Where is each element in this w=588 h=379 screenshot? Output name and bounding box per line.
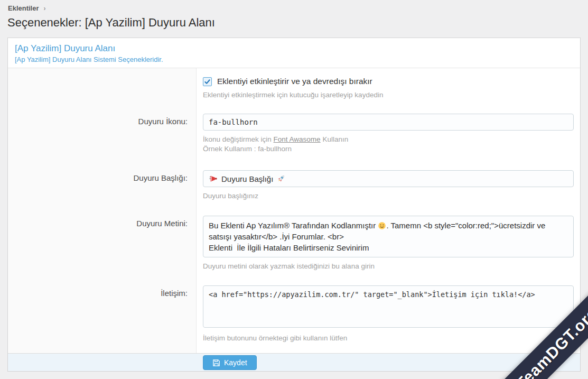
row-announcement-title: Duyuru Başlığı: Duyuru Başlığı bbox=[8, 170, 580, 200]
icon-help-example: Örnek Kullanım : fa-bullhorn bbox=[203, 145, 574, 153]
breadcrumb-item-eklentiler[interactable]: Eklentiler bbox=[8, 4, 39, 12]
contact-textarea[interactable]: <a href="https://apyazilim.com.tr/" targ… bbox=[203, 285, 574, 328]
panel-title: [Ap Yazilim] Duyuru Alanı bbox=[15, 43, 573, 54]
announcement-title-help: Duyuru başlığınız bbox=[203, 192, 574, 200]
announcement-icon-help: İkonu değiştirmek için Font Awasome Kull… bbox=[203, 135, 574, 153]
enable-label-cell bbox=[8, 77, 196, 99]
panel-subtitle: [Ap Yazilim] Duyuru Alanı Sistemi Seçene… bbox=[15, 56, 573, 63]
enable-plugin-help: Eklentiyi etkinleştirmek için kutucuğu i… bbox=[203, 91, 574, 99]
announcement-message-label: Duyuru Metini: bbox=[8, 216, 196, 270]
chevron-right-icon: › bbox=[44, 5, 46, 12]
font-awesome-link[interactable]: Font Awasome bbox=[274, 135, 321, 143]
slightly-smiling-face-emoji bbox=[378, 221, 386, 230]
megaphone-emoji bbox=[209, 174, 218, 183]
page-title: Seçenenekler: [Ap Yazilim] Duyuru Alanı bbox=[7, 16, 215, 30]
icon-help-prefix: İkonu değiştirmek için bbox=[203, 135, 272, 143]
row-enable-plugin: Eklentiyi etkinleştirir ve ya devredışı … bbox=[8, 77, 580, 99]
message-text-part1: Bu Eklenti Ap Yazılım® Tarafından Kodlan… bbox=[209, 221, 378, 230]
enable-plugin-checkbox[interactable] bbox=[203, 77, 212, 86]
announcement-title-text: Duyuru Başlığı bbox=[221, 174, 273, 183]
announcement-message-textarea[interactable]: Bu Eklenti Ap Yazılım® Tarafından Kodlan… bbox=[203, 216, 574, 257]
save-button-label: Kaydet bbox=[224, 358, 247, 367]
icon-help-suffix: Kullanın bbox=[322, 135, 348, 143]
settings-form: Eklentiyi etkinleştirir ve ya devredışı … bbox=[8, 68, 580, 353]
announcement-title-input[interactable]: Duyuru Başlığı bbox=[203, 170, 574, 187]
announcement-title-label: Duyuru Başlığı: bbox=[8, 170, 196, 200]
row-announcement-icon: Duyuru İkonu: İkonu değiştirmek için Fon… bbox=[8, 114, 580, 153]
checkmark-icon bbox=[204, 78, 211, 85]
enable-plugin-label: Eklentiyi etkinleştirir ve ya devredışı … bbox=[217, 77, 372, 86]
settings-panel: [Ap Yazilim] Duyuru Alanı [Ap Yazilim] D… bbox=[7, 38, 581, 372]
panel-footer: Kaydet bbox=[8, 353, 580, 371]
announcement-icon-input[interactable] bbox=[203, 114, 574, 131]
contact-label: İletişim: bbox=[8, 285, 196, 342]
save-floppy-icon bbox=[212, 359, 220, 367]
admin-settings-page: Eklentiler › Seçenenekler: [Ap Yazilim] … bbox=[0, 0, 588, 379]
announcement-message-help: Duyuru metini olarak yazmak istediğinizi… bbox=[203, 262, 574, 270]
breadcrumb: Eklentiler › bbox=[8, 4, 46, 12]
announcement-icon-label: Duyuru İkonu: bbox=[8, 114, 196, 153]
save-button[interactable]: Kaydet bbox=[203, 355, 257, 370]
rocket-emoji bbox=[276, 174, 286, 183]
row-announcement-message: Duyuru Metini: Bu Eklenti Ap Yazılım® Ta… bbox=[8, 216, 580, 270]
contact-help: İletişim butonunu örnektegi gibi kullanı… bbox=[203, 334, 574, 342]
panel-header: [Ap Yazilim] Duyuru Alanı [Ap Yazilim] D… bbox=[8, 38, 580, 68]
row-contact: İletişim: <a href="https://apyazilim.com… bbox=[8, 285, 580, 342]
